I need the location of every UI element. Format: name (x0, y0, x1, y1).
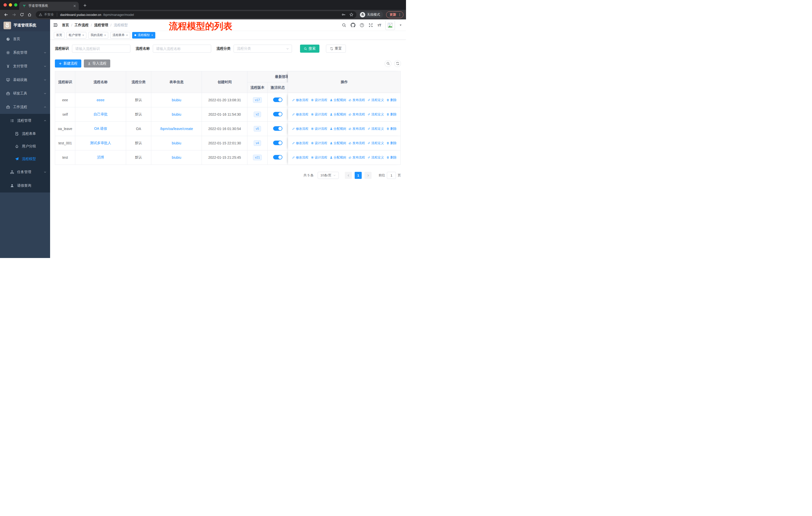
activation-toggle[interactable] (273, 112, 283, 116)
action-update-model[interactable]: 修改流程 (292, 98, 308, 102)
activation-toggle[interactable] (273, 155, 283, 160)
home-button[interactable] (26, 11, 33, 19)
action-delete-model[interactable]: 删除 (386, 141, 397, 145)
sidebar-item-payment-management[interactable]: 支付管理 (0, 59, 50, 73)
tag-租户管理[interactable]: 租户管理× (66, 32, 86, 38)
show-search-button[interactable] (385, 60, 392, 67)
help-icon[interactable] (360, 23, 364, 27)
action-process-definition[interactable]: 流程定义 (368, 112, 384, 117)
tag-close-icon[interactable]: × (104, 34, 106, 37)
sidebar-item-process-model[interactable]: 流程模型 (0, 153, 50, 165)
action-assign-rule[interactable]: 分配规则 (330, 127, 346, 131)
model-name-link[interactable]: 滔博 (97, 155, 104, 159)
tag-流程表单[interactable]: 流程表单× (110, 32, 130, 38)
action-process-definition[interactable]: 流程定义 (368, 141, 384, 145)
search-button[interactable]: 搜索 (300, 45, 319, 53)
activation-toggle[interactable] (273, 126, 283, 131)
action-update-model[interactable]: 修改流程 (292, 156, 308, 160)
action-design-model[interactable]: 设计流程 (311, 112, 327, 117)
model-name-link[interactable]: OA 请假 (94, 127, 107, 131)
action-deploy-model[interactable]: 发布流程 (349, 156, 365, 160)
tag-close-icon[interactable]: × (151, 34, 153, 37)
search-icon[interactable] (342, 23, 346, 27)
action-process-definition[interactable]: 流程定义 (368, 156, 384, 160)
tag-首页[interactable]: 首页 (54, 32, 64, 38)
import-model-button[interactable]: 导入流程 (84, 59, 110, 67)
breadcrumb-item[interactable]: 工作流程 (75, 23, 89, 27)
model-name-link[interactable]: eeee (97, 98, 105, 102)
tag-流程模型[interactable]: 流程模型× (132, 32, 155, 38)
action-design-model[interactable]: 设计流程 (311, 127, 327, 131)
bookmark-star-icon[interactable] (349, 12, 353, 17)
tab-close-icon[interactable] (73, 4, 76, 7)
next-page-button[interactable] (365, 172, 372, 179)
browser-tab[interactable]: 芋道管理系统 (19, 2, 79, 10)
breadcrumb-item[interactable]: 首页 (62, 23, 69, 27)
action-delete-model[interactable]: 删除 (386, 98, 397, 102)
page-number-1[interactable]: 1 (355, 172, 362, 179)
sidebar-item-dev-tools[interactable]: 研发工具 (0, 87, 50, 100)
action-design-model[interactable]: 设计流程 (311, 141, 327, 145)
action-deploy-model[interactable]: 发布流程 (349, 112, 365, 117)
window-close-button[interactable] (3, 3, 7, 6)
font-size-icon[interactable]: ᴛT (377, 23, 381, 27)
action-deploy-model[interactable]: 发布流程 (349, 141, 365, 145)
action-update-model[interactable]: 修改流程 (292, 127, 308, 131)
action-design-model[interactable]: 设计流程 (311, 98, 327, 102)
action-design-model[interactable]: 设计流程 (311, 156, 327, 160)
model-name-link[interactable]: 测试多审批人 (90, 141, 111, 145)
tag-close-icon[interactable]: × (126, 34, 128, 37)
sidebar-item-task-management[interactable]: 任务管理 (0, 165, 50, 179)
model-name-link[interactable]: 自己审批 (94, 112, 108, 116)
browser-update-menu-button[interactable]: 更新 (386, 11, 404, 18)
new-tab-button[interactable] (81, 1, 89, 9)
form-info-link[interactable]: /bpm/oa/leave/create (160, 127, 193, 131)
page-size-select[interactable]: 10条/页 (318, 172, 339, 179)
action-process-definition[interactable]: 流程定义 (368, 98, 384, 102)
sidebar-item-process-form[interactable]: 流程表单 (0, 128, 50, 140)
sidebar-item-user-group[interactable]: 用户分组 (0, 140, 50, 153)
action-deploy-model[interactable]: 发布流程 (349, 127, 365, 131)
fullscreen-icon[interactable] (369, 23, 373, 27)
tag-close-icon[interactable]: × (82, 34, 84, 37)
breadcrumb-item[interactable]: 流程管理 (94, 23, 108, 27)
sidebar-item-workflow[interactable]: 工作流程 (0, 100, 50, 114)
action-deploy-model[interactable]: 发布流程 (349, 98, 365, 102)
window-minimize-button[interactable] (9, 3, 12, 6)
reset-button[interactable]: 重置 (326, 45, 346, 53)
back-button[interactable] (2, 11, 10, 19)
form-info-link[interactable]: biubiu (172, 141, 181, 145)
action-delete-model[interactable]: 删除 (386, 127, 397, 131)
category-select[interactable]: 流程分类 (234, 45, 292, 53)
user-avatar[interactable] (385, 20, 395, 30)
tag-我的流程[interactable]: 我的流程× (88, 32, 108, 38)
prev-page-button[interactable] (345, 172, 352, 179)
create-model-button[interactable]: 新建流程 (55, 59, 81, 67)
window-zoom-button[interactable] (14, 3, 18, 6)
sidebar-item-leave-query[interactable]: 请假查询 (0, 179, 50, 192)
form-info-link[interactable]: biubiu (172, 112, 181, 116)
caret-down-icon[interactable] (399, 24, 402, 26)
goto-page-input[interactable] (387, 172, 396, 179)
action-assign-rule[interactable]: 分配规则 (330, 112, 346, 117)
forward-button[interactable] (10, 11, 18, 19)
action-assign-rule[interactable]: 分配规则 (330, 141, 346, 145)
app-logo[interactable]: 芋道管理系统 (0, 19, 50, 31)
action-delete-model[interactable]: 删除 (386, 112, 397, 117)
address-bar[interactable]: 不安全 dashboard.yudao.iocoder.cn/bpm/manag… (36, 11, 356, 18)
action-process-definition[interactable]: 流程定义 (368, 127, 384, 131)
model-key-input[interactable] (72, 45, 130, 53)
action-assign-rule[interactable]: 分配规则 (330, 156, 346, 160)
form-info-link[interactable]: biubiu (172, 156, 181, 160)
sidebar-item-infrastructure[interactable]: 基础设施 (0, 73, 50, 87)
sidebar-item-process-management[interactable]: 流程管理 (0, 114, 50, 128)
sidebar-item-system-management[interactable]: 系统管理 (0, 46, 50, 59)
form-info-link[interactable]: biubiu (172, 98, 181, 102)
action-update-model[interactable]: 修改流程 (292, 112, 308, 117)
action-assign-rule[interactable]: 分配规则 (330, 98, 346, 102)
activation-toggle[interactable] (273, 98, 283, 102)
action-update-model[interactable]: 修改流程 (292, 141, 308, 145)
github-icon[interactable] (351, 23, 355, 27)
password-key-icon[interactable] (342, 12, 346, 17)
model-name-input[interactable] (153, 45, 211, 53)
